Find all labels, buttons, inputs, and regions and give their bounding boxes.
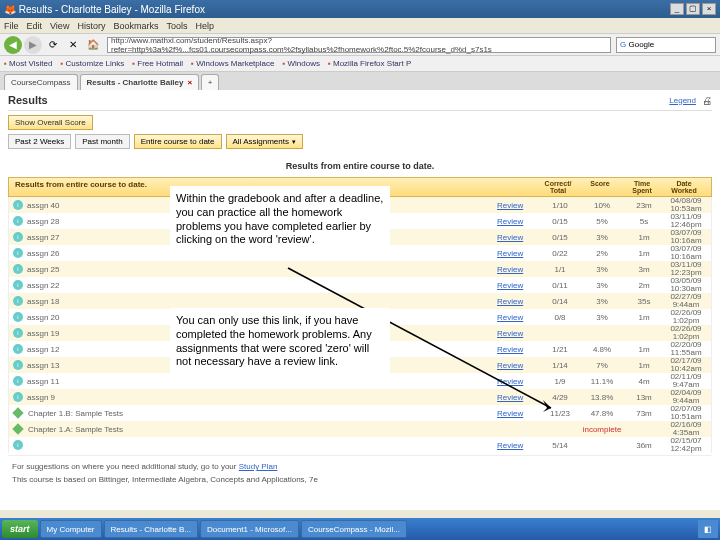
menu-file[interactable]: File bbox=[4, 21, 19, 31]
system-tray[interactable]: ◧ bbox=[698, 520, 718, 538]
page-content: Results Legend 🖨 Show Overall Score Past… bbox=[0, 90, 720, 510]
callout-zero: You can only use this link, if you have … bbox=[170, 308, 390, 375]
menu-help[interactable]: Help bbox=[195, 21, 214, 31]
tab-results[interactable]: Results - Charlotte Bailey× bbox=[80, 74, 200, 90]
tab-coursecompass[interactable]: CourseCompass bbox=[4, 74, 78, 90]
bookmarks-toolbar: Most Visited Customize Links Free Hotmai… bbox=[0, 56, 720, 72]
task-my-computer[interactable]: My Computer bbox=[40, 520, 102, 538]
minimize-button[interactable]: _ bbox=[670, 3, 684, 15]
filter-entire-course[interactable]: Entire course to date bbox=[134, 134, 222, 149]
show-overall-score-button[interactable]: Show Overall Score bbox=[8, 115, 93, 130]
menu-view[interactable]: View bbox=[50, 21, 69, 31]
window-titlebar: 🦊 Results - Charlotte Bailey - Mozilla F… bbox=[0, 0, 720, 18]
close-tab-icon[interactable]: × bbox=[188, 78, 193, 87]
new-tab-button[interactable]: + bbox=[201, 74, 219, 90]
menu-bookmarks[interactable]: Bookmarks bbox=[113, 21, 158, 31]
bookmark-marketplace[interactable]: Windows Marketplace bbox=[191, 59, 274, 68]
menu-tools[interactable]: Tools bbox=[166, 21, 187, 31]
home-button[interactable]: 🏠 bbox=[84, 36, 102, 54]
windows-taskbar: start My Computer Results - Charlotte B.… bbox=[0, 518, 720, 540]
task-results[interactable]: Results - Charlotte B... bbox=[104, 520, 198, 538]
bookmark-firefox-start[interactable]: Mozilla Firefox Start P bbox=[328, 59, 411, 68]
close-button[interactable]: × bbox=[702, 3, 716, 15]
firefox-icon: 🦊 bbox=[4, 4, 16, 15]
bookmark-customize[interactable]: Customize Links bbox=[61, 59, 125, 68]
callout-review: Within the gradebook and after a deadlin… bbox=[170, 186, 390, 253]
menu-history[interactable]: History bbox=[77, 21, 105, 31]
bookmark-windows[interactable]: Windows bbox=[282, 59, 320, 68]
menu-edit[interactable]: Edit bbox=[27, 21, 43, 31]
legend-link[interactable]: Legend bbox=[669, 96, 696, 105]
filter-past-month[interactable]: Past month bbox=[75, 134, 129, 149]
stop-button[interactable]: ✕ bbox=[64, 36, 82, 54]
url-bar[interactable]: http://www.mathxl.com/student/Results.as… bbox=[107, 37, 611, 53]
task-coursecompass[interactable]: CourseCompass - Mozil... bbox=[301, 520, 407, 538]
chevron-down-icon: ▾ bbox=[292, 138, 296, 146]
bookmark-most-visited[interactable]: Most Visited bbox=[4, 59, 53, 68]
bookmark-hotmail[interactable]: Free Hotmail bbox=[132, 59, 183, 68]
forward-button[interactable]: ▶ bbox=[24, 36, 42, 54]
back-button[interactable]: ◀ bbox=[4, 36, 22, 54]
filter-all-assignments[interactable]: All Assignments▾ bbox=[226, 134, 303, 149]
page-title: Results bbox=[8, 94, 48, 106]
search-bar[interactable]: G Google bbox=[616, 37, 716, 53]
start-button[interactable]: start bbox=[2, 520, 38, 538]
task-word[interactable]: Document1 - Microsof... bbox=[200, 520, 299, 538]
tab-strip: CourseCompass Results - Charlotte Bailey… bbox=[0, 72, 720, 90]
menu-bar: File Edit View History Bookmarks Tools H… bbox=[0, 18, 720, 34]
reload-button[interactable]: ⟳ bbox=[44, 36, 62, 54]
filter-past-2-weeks[interactable]: Past 2 Weeks bbox=[8, 134, 71, 149]
svg-marker-1 bbox=[543, 400, 551, 412]
maximize-button[interactable]: ▢ bbox=[686, 3, 700, 15]
print-icon[interactable]: 🖨 bbox=[702, 95, 712, 106]
window-title: Results - Charlotte Bailey - Mozilla Fir… bbox=[19, 4, 205, 15]
nav-toolbar: ◀ ▶ ⟳ ✕ 🏠 http://www.mathxl.com/student/… bbox=[0, 34, 720, 56]
